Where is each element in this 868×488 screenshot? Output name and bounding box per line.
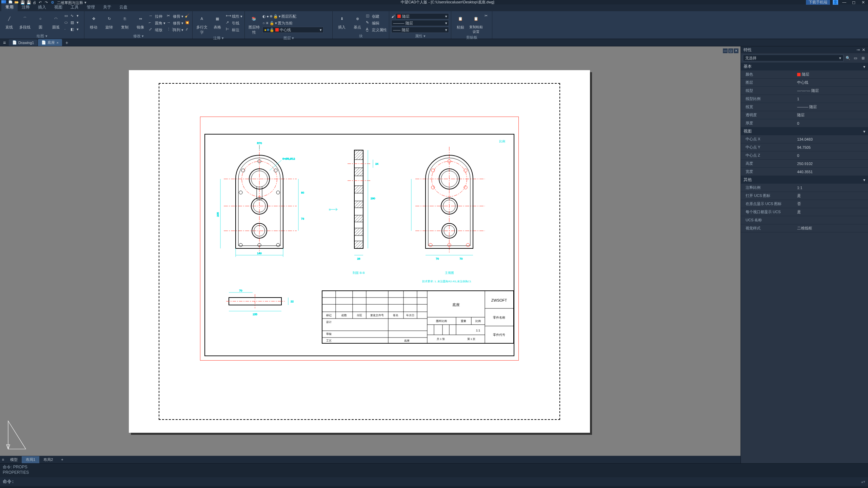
ribbon-tab-about[interactable]: 关于	[99, 3, 115, 11]
viewport[interactable]: — ◻ ✕ 比例	[0, 46, 741, 463]
close-tab-icon[interactable]: ×	[56, 41, 58, 45]
doc-tab-base[interactable]: 📄底座×	[38, 39, 62, 46]
property-value[interactable]: 是	[795, 192, 868, 200]
layout1-tab[interactable]: 布局1	[22, 456, 39, 463]
linetype-selector[interactable]: ——随层▾	[391, 27, 449, 33]
property-row[interactable]: 在原点显示 UCS 图标否	[741, 200, 868, 208]
vp-max-icon[interactable]: ◻	[728, 48, 733, 53]
property-value[interactable]: 94.7505	[795, 143, 868, 151]
layer-on-icon[interactable]: ○	[262, 21, 265, 25]
spline-icon[interactable]: ∿	[71, 14, 76, 19]
panel-close-icon[interactable]: ✕	[862, 47, 865, 52]
leader-button[interactable]: ↗引线	[226, 20, 242, 26]
property-value[interactable]: ——— 随层	[795, 103, 868, 111]
property-row[interactable]: 高度250.9102	[741, 160, 868, 168]
minimize-button[interactable]: —	[841, 0, 848, 5]
property-value[interactable]: 0	[795, 151, 868, 159]
offset-icon[interactable]: ⫽	[185, 27, 190, 33]
vp-min-icon[interactable]: —	[723, 48, 728, 53]
cmd-scroll-icon[interactable]: ▴▾	[861, 480, 865, 484]
close-button[interactable]: ✕	[860, 0, 867, 5]
edit-block-button[interactable]: ✎编辑	[366, 20, 387, 26]
paste-button[interactable]: 📋粘贴	[453, 12, 468, 30]
circle-button[interactable]: ○圆	[33, 12, 47, 30]
layer-thaw-icon[interactable]: ☀	[265, 21, 269, 25]
property-value[interactable]: 440.3551	[795, 168, 868, 176]
table-button[interactable]: ▦表格	[210, 12, 224, 30]
property-row[interactable]: 厚度0	[741, 119, 868, 127]
layer-iso-icon[interactable]: ◐	[262, 14, 266, 19]
ribbon-tab-tools[interactable]: 工具	[66, 3, 83, 11]
rect-icon[interactable]: ▭	[64, 14, 70, 19]
dim-linear-button[interactable]: ⟷线性 ▾	[226, 13, 242, 19]
layer-off-icon[interactable]: ●	[267, 14, 269, 18]
layer-match[interactable]: 图层匹配	[281, 14, 296, 19]
layer-selector[interactable]: ●❄🔓 中心线 ▾	[262, 27, 323, 33]
select-objects-icon[interactable]: ▭	[852, 55, 859, 61]
property-row[interactable]: 宽度440.3551	[741, 168, 868, 176]
property-row[interactable]: UCS 名称	[741, 216, 868, 224]
move-button[interactable]: ✥移动	[86, 12, 101, 30]
color-selector[interactable]: 随层▾	[396, 13, 449, 19]
dim-button[interactable]: ⊢标注	[226, 27, 242, 33]
command-input[interactable]	[16, 479, 861, 484]
doc-tab-drawing1[interactable]: 📄Drawing1	[9, 39, 37, 46]
chevron-down-icon[interactable]: ▾	[863, 129, 865, 134]
property-value[interactable]: 随层	[795, 111, 868, 119]
property-row[interactable]: 中心点 X134.0483	[741, 135, 868, 143]
layer-current[interactable]: 置为当前	[278, 21, 293, 26]
maximize-button[interactable]: ◻	[850, 0, 857, 5]
property-row[interactable]: 中心点 Y94.7505	[741, 143, 868, 151]
layer-unlock-icon[interactable]: 🔓	[270, 21, 274, 25]
fillet-button[interactable]: ⌐圆角 ▾	[149, 20, 165, 26]
layout2-tab[interactable]: 布局2	[39, 456, 57, 463]
chevron-down-icon[interactable]: ▾	[863, 64, 865, 69]
mtext-button[interactable]: A多行文字	[195, 12, 209, 35]
copy-paste-settings-button[interactable]: 📋复制粘贴设置	[469, 12, 483, 34]
ribbon-tab-manage[interactable]: 管理	[83, 3, 99, 11]
property-row[interactable]: 线宽——— 随层	[741, 103, 868, 111]
model-tab[interactable]: 模型	[6, 456, 22, 463]
insert-block-button[interactable]: ⬇插入	[335, 12, 349, 30]
extend-button[interactable]: →修剪 ▾	[167, 20, 183, 26]
property-row[interactable]: 透明度随层	[741, 111, 868, 119]
ribbon-tab-home[interactable]: 常用	[1, 3, 18, 11]
create-block-button[interactable]: ◫创建	[366, 13, 387, 19]
property-value[interactable]: 随层	[795, 70, 868, 78]
quick-select-icon[interactable]: 🔍	[845, 55, 851, 61]
property-value[interactable]	[795, 216, 868, 224]
property-value[interactable]: 134.0483	[795, 135, 868, 143]
property-value[interactable]: 0	[795, 119, 868, 127]
section-basic[interactable]: 基本	[744, 64, 863, 69]
scale-button[interactable]: ⤢缩放	[149, 27, 165, 33]
basepoint-button[interactable]: ⊕基点	[350, 12, 364, 30]
rotate-button[interactable]: ↻旋转	[102, 12, 116, 30]
property-row[interactable]: 图层中心线	[741, 79, 868, 87]
line-button[interactable]: ╱直线	[2, 12, 16, 30]
property-row[interactable]: 注释比例1:1	[741, 184, 868, 192]
doc-menu-icon[interactable]: ≡	[0, 40, 9, 45]
erase-icon[interactable]: 🧹	[185, 14, 190, 19]
layer-freeze-icon[interactable]: ❄	[270, 14, 273, 19]
property-value[interactable]: 否	[795, 200, 868, 208]
stretch-button[interactable]: ↔拉伸	[149, 13, 165, 19]
property-value[interactable]: 中心线	[795, 79, 868, 86]
arc-button[interactable]: ◠圆弧	[49, 12, 63, 30]
layout-menu-icon[interactable]: ≡	[0, 458, 6, 462]
property-row[interactable]: 线型比例1	[741, 95, 868, 103]
cut-button[interactable]: ✂	[485, 13, 490, 19]
property-row[interactable]: 每个视口都显示 UCS是	[741, 208, 868, 216]
lineweight-selector[interactable]: ———随层▾	[391, 20, 449, 26]
ribbon-tab-view[interactable]: 视图	[50, 3, 66, 11]
user-icon[interactable]: 👤	[833, 0, 838, 5]
property-row[interactable]: 线型—·—·— 随层	[741, 87, 868, 95]
polyline-button[interactable]: ⌒多段线	[18, 12, 32, 30]
ellipse-icon[interactable]: ⬭	[64, 20, 70, 26]
trim-button[interactable]: ✂修剪 ▾	[167, 13, 183, 19]
match-props-icon[interactable]: 🖌	[391, 14, 395, 18]
property-row[interactable]: 视觉样式二维线框	[741, 224, 868, 232]
mirror-button[interactable]: ⇔镜像	[133, 12, 147, 30]
region-icon[interactable]: ◧	[71, 27, 76, 33]
property-value[interactable]: 是	[795, 208, 868, 216]
layer-lock-icon[interactable]: 🔒	[273, 14, 278, 19]
